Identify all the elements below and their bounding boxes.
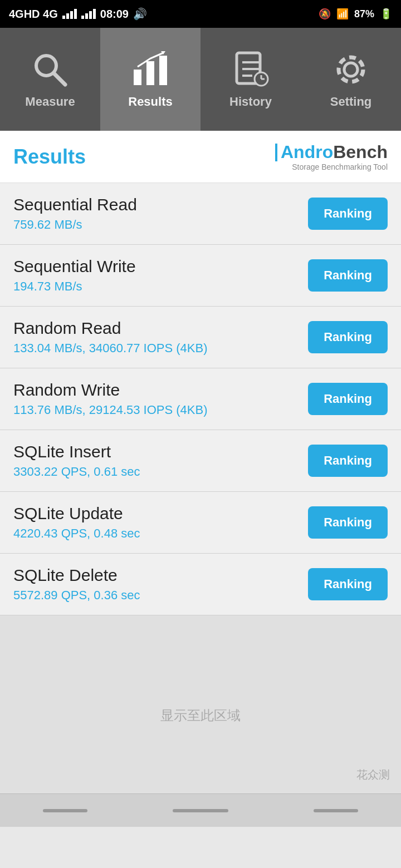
ranking-btn-sequential-read[interactable]: Ranking [308,198,388,230]
result-info-sqlite-insert: SQLite Insert 3303.22 QPS, 0.61 sec [13,442,308,479]
tab-setting-label: Setting [330,95,372,109]
bell-mute-icon: 🔕 [319,8,331,20]
result-row-sequential-read: Sequential Read 759.62 MB/s Ranking [0,183,401,245]
logo-text: AndroBench [281,142,388,162]
logo-andro: Andro [281,142,333,162]
tab-results[interactable]: Results [100,28,200,131]
volume-icon: 🔊 [133,7,147,21]
logo-bench: Bench [333,142,388,162]
result-value-sequential-read: 759.62 MB/s [13,218,308,232]
svg-point-13 [344,63,358,76]
svg-rect-2 [134,70,141,85]
search-icon [31,50,70,89]
result-name-sqlite-insert: SQLite Insert [13,442,308,461]
tab-history-label: History [229,95,272,109]
result-name-sqlite-delete: SQLite Delete [13,566,308,585]
results-list: Sequential Read 759.62 MB/s Ranking Sequ… [0,183,401,615]
result-value-sqlite-insert: 3303.22 QPS, 0.61 sec [13,465,308,479]
result-value-sqlite-update: 4220.43 QPS, 0.48 sec [13,526,308,541]
result-name-sequential-write: Sequential Write [13,257,308,276]
ranking-btn-sequential-write[interactable]: Ranking [308,259,388,292]
signal-icon-2 [81,9,96,19]
svg-line-1 [54,73,65,85]
tab-measure[interactable]: Measure [0,28,100,131]
svg-rect-4 [159,56,167,85]
result-row-sequential-write: Sequential Write 194.73 MB/s Ranking [0,245,401,307]
androbench-logo: AndroBench Storage Benchmarking Tool [275,142,388,171]
ranking-btn-sqlite-delete[interactable]: Ranking [308,568,388,600]
gear-icon [331,50,370,89]
svg-point-14 [339,57,363,82]
bottom-nav-home[interactable] [173,809,228,812]
tab-measure-label: Measure [25,95,75,109]
result-row-random-write: Random Write 113.76 MB/s, 29124.53 IOPS … [0,368,401,430]
result-info-random-read: Random Read 133.04 MB/s, 34060.77 IOPS (… [13,319,308,356]
wifi-icon: 📶 [336,8,349,20]
result-name-sqlite-update: SQLite Update [13,504,308,523]
result-info-random-write: Random Write 113.76 MB/s, 29124.53 IOPS … [13,381,308,417]
result-info-sqlite-update: SQLite Update 4220.43 QPS, 0.48 sec [13,504,308,541]
network-type: 4GHD 4G [9,8,58,21]
bottom-area: 显示至此区域 花众测 [0,615,401,793]
result-row-sqlite-update: SQLite Update 4220.43 QPS, 0.48 sec Rank… [0,492,401,554]
document-icon [231,50,270,89]
ranking-btn-random-write[interactable]: Ranking [308,383,388,415]
tab-results-label: Results [128,95,172,109]
battery-icon: 🔋 [380,8,392,20]
result-row-sqlite-delete: SQLite Delete 5572.89 QPS, 0.36 sec Rank… [0,554,401,615]
logo-bar [275,144,277,161]
tab-setting[interactable]: Setting [301,28,401,131]
ranking-btn-sqlite-insert[interactable]: Ranking [308,445,388,477]
result-info-sequential-write: Sequential Write 194.73 MB/s [13,257,308,294]
result-info-sqlite-delete: SQLite Delete 5572.89 QPS, 0.36 sec [13,566,308,603]
status-left: 4GHD 4G 08:09 🔊 [9,7,147,21]
signal-icon [62,9,77,19]
result-value-sqlite-delete: 5572.89 QPS, 0.36 sec [13,588,308,603]
status-bar: 4GHD 4G 08:09 🔊 🔕 📶 87% 🔋 [0,0,401,28]
bottom-nav [0,793,401,827]
result-name-random-read: Random Read [13,319,308,338]
chart-icon [131,50,170,89]
bottom-nav-back[interactable] [43,809,87,812]
watermark: 花众测 [356,767,390,782]
result-row-sqlite-insert: SQLite Insert 3303.22 QPS, 0.61 sec Rank… [0,430,401,492]
result-row-random-read: Random Read 133.04 MB/s, 34060.77 IOPS (… [0,307,401,368]
display-hint: 显示至此区域 [160,707,241,724]
results-header: Results AndroBench Storage Benchmarking … [0,131,401,183]
result-name-random-write: Random Write [13,381,308,400]
result-value-random-write: 113.76 MB/s, 29124.53 IOPS (4KB) [13,403,308,417]
result-value-sequential-write: 194.73 MB/s [13,279,308,294]
status-right: 🔕 📶 87% 🔋 [319,8,392,20]
ranking-btn-sqlite-update[interactable]: Ranking [308,506,388,539]
ranking-btn-random-read[interactable]: Ranking [308,321,388,353]
nav-tabs: Measure Results History Settin [0,28,401,131]
result-info-sequential-read: Sequential Read 759.62 MB/s [13,195,308,232]
result-name-sequential-read: Sequential Read [13,195,308,214]
results-title: Results [13,145,86,169]
logo-subtitle: Storage Benchmarking Tool [292,162,388,171]
result-value-random-read: 133.04 MB/s, 34060.77 IOPS (4KB) [13,341,308,356]
bottom-nav-recent[interactable] [314,809,358,812]
svg-rect-3 [146,61,154,85]
time: 08:09 [100,8,129,21]
battery-text: 87% [354,8,374,20]
tab-history[interactable]: History [200,28,301,131]
